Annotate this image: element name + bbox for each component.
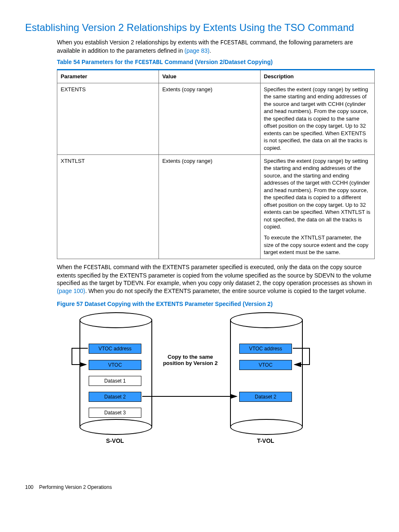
desc-text: To execute the XTNTLST parameter, the si…	[264, 234, 371, 256]
footer-section: Performing Version 2 Operations	[39, 484, 112, 490]
col-parameter: Parameter	[57, 70, 159, 83]
svol-dataset-1: Dataset 1	[89, 376, 141, 386]
cylinder-top	[230, 312, 303, 328]
cylinder-bottom	[79, 419, 152, 435]
table-caption: Table 54 Parameters for the FCESTABL Com…	[57, 58, 374, 67]
table-caption-post: Command (Version 2/Dataset Copying)	[163, 59, 273, 65]
table-caption-pre: Table 54 Parameters for the	[57, 59, 135, 65]
col-description: Description	[260, 70, 374, 83]
page-footer: 100 Performing Version 2 Operations	[25, 484, 374, 491]
intro-text-post: .	[210, 47, 211, 54]
para-text-post: . When you do not specify the EXTENTS pa…	[85, 288, 366, 294]
cell-param: EXTENTS	[57, 83, 159, 154]
copy-caption: Copy to the same position by Version 2	[161, 354, 220, 367]
page-link-100[interactable]: (page 100)	[57, 288, 85, 294]
cylinder-top	[79, 312, 152, 328]
col-value: Value	[159, 70, 260, 83]
svol-vtoc-address: VTOC address	[89, 344, 141, 354]
table-row: EXTENTS Extents (copy range) Specifies t…	[57, 83, 375, 154]
cell-value: Extents (copy range)	[159, 83, 260, 154]
desc-text: Specifies the extent (copy range) by set…	[264, 86, 371, 152]
table-header-row: Parameter Value Description	[57, 70, 375, 83]
svol-vtoc: VTOC	[89, 360, 141, 370]
para-text-pre: When the	[57, 264, 84, 270]
figure-diagram: VTOC address VTOC Dataset 1 Dataset 2 Da…	[67, 312, 335, 450]
cell-desc: Specifies the extent (copy range) by set…	[260, 154, 374, 259]
intro-text-pre: When you establish Version 2 relationshi…	[57, 39, 220, 46]
svol-dataset-2: Dataset 2	[89, 392, 141, 402]
cylinder-bottom	[230, 419, 303, 435]
table-caption-cmd: FCESTABL	[135, 59, 163, 66]
intro-cmd: FCESTABL	[220, 39, 248, 46]
tvol-vtoc-address: VTOC address	[239, 344, 292, 354]
section-heading: Establishing Version 2 Relationships by …	[25, 21, 374, 34]
body-paragraph: When the FCESTABL command with the EXTEN…	[57, 263, 374, 296]
parameters-table: Parameter Value Description EXTENTS Exte…	[57, 69, 375, 259]
tvol-dataset-2: Dataset 2	[239, 392, 292, 402]
page-number: 100	[25, 484, 33, 490]
table-row: XTNTLST Extents (copy range) Specifies t…	[57, 154, 375, 259]
tvol-label: T-VOL	[230, 437, 301, 445]
cell-desc: Specifies the extent (copy range) by set…	[260, 83, 374, 154]
svol-dataset-3: Dataset 3	[89, 408, 141, 418]
para-cmd: FCESTABL	[84, 264, 112, 271]
page-link-83[interactable]: (page 83)	[184, 47, 210, 54]
intro-paragraph: When you establish Version 2 relationshi…	[57, 39, 374, 55]
desc-text: Specifies the extent (copy range) by set…	[264, 157, 371, 231]
cell-value: Extents (copy range)	[159, 154, 260, 259]
tvol-vtoc: VTOC	[239, 360, 292, 370]
cylinder-body	[230, 319, 303, 426]
cell-param: XTNTLST	[57, 154, 159, 259]
figure-caption: Figure 57 Dataset Copying with the EXTEN…	[57, 300, 374, 308]
svol-label: S-VOL	[79, 437, 151, 445]
